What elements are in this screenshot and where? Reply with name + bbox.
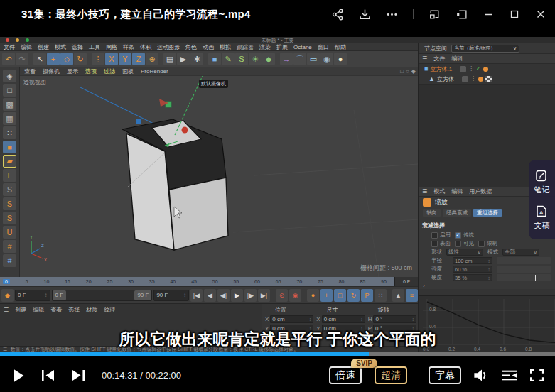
texture-tag-icon[interactable] bbox=[485, 76, 492, 82]
maximize-view-icon[interactable]: ◆ bbox=[411, 68, 416, 75]
undo-icon[interactable]: ↶ bbox=[2, 53, 15, 65]
material-menu-item[interactable]: 纹理 bbox=[104, 306, 115, 314]
material-menu-item[interactable]: 创建 bbox=[15, 306, 26, 314]
menu-item[interactable]: 创建 bbox=[38, 43, 49, 51]
next-frame-icon[interactable]: |▶ bbox=[244, 289, 257, 302]
share-icon[interactable] bbox=[332, 9, 344, 21]
live-selection-icon[interactable]: ↖ bbox=[33, 53, 46, 65]
sound-record-icon[interactable]: ◉ bbox=[289, 289, 301, 302]
render-settings-icon[interactable]: ✱ bbox=[190, 53, 203, 65]
menu-item[interactable]: 扩展 bbox=[276, 43, 288, 51]
z-axis-icon[interactable]: Z bbox=[132, 53, 145, 65]
prev-frame-icon[interactable]: ◀| bbox=[217, 289, 230, 302]
menu-item[interactable]: 运动图形 bbox=[157, 43, 180, 51]
menu-item[interactable]: 模式 bbox=[55, 43, 66, 51]
last-tool-icon[interactable]: ⋮ bbox=[92, 53, 104, 65]
attribute-menu-item[interactable]: 编辑 bbox=[451, 187, 463, 195]
menu-item[interactable]: 窗口 bbox=[318, 43, 329, 51]
material-menu-item[interactable]: 编辑 bbox=[33, 306, 44, 314]
snap-3d-icon[interactable]: S bbox=[3, 212, 16, 224]
coord-field[interactable]: 0 cm↕ bbox=[270, 315, 313, 323]
x-axis-icon[interactable]: X bbox=[105, 53, 118, 65]
viewport-menu-item[interactable]: 选项 bbox=[85, 67, 97, 75]
next-button[interactable] bbox=[72, 370, 85, 381]
hardness-slider[interactable] bbox=[497, 274, 551, 281]
menu-item[interactable]: 编辑 bbox=[21, 43, 32, 51]
tab-remap[interactable]: 重组选择 bbox=[473, 209, 502, 217]
more-icon[interactable] bbox=[386, 9, 398, 21]
node-space-dropdown[interactable]: 当前（标准/物理） ∨ bbox=[451, 45, 519, 53]
move-tool-icon[interactable]: + bbox=[47, 53, 60, 65]
keyframe-icon[interactable]: ● bbox=[307, 289, 319, 302]
stepper-icon[interactable]: ↕ bbox=[183, 292, 186, 298]
gizmo-red-handle[interactable] bbox=[182, 127, 188, 134]
play-forward-icon[interactable]: ▶ bbox=[231, 289, 243, 302]
attribute-menu-item[interactable]: 模式 bbox=[433, 187, 445, 195]
layer-tag-icon[interactable] bbox=[460, 66, 466, 72]
notes-button[interactable]: 笔记 bbox=[534, 169, 550, 195]
mograph-icon[interactable]: ✳ bbox=[249, 53, 262, 65]
coord-system-icon[interactable]: ⊕ bbox=[146, 53, 158, 65]
hamburger-icon[interactable]: ☰ bbox=[4, 307, 9, 313]
pan-view-icon[interactable]: □ bbox=[400, 68, 404, 75]
material-menu-item[interactable]: 材质 bbox=[86, 306, 97, 314]
scale-tool-icon[interactable]: ◇ bbox=[60, 53, 73, 65]
video-frame[interactable]: 未标题 * - 主要 文件编辑创建模式选择工具网格样条体积运动图形角色动画模拟跟… bbox=[0, 28, 555, 359]
toolbar-icon[interactable] bbox=[204, 53, 208, 65]
camera-icon[interactable]: ◉ bbox=[320, 53, 333, 65]
tab-classic-falloff[interactable]: 经典衰减 bbox=[443, 209, 471, 217]
visibility-dots-icon[interactable]: ⋮ bbox=[468, 66, 474, 72]
menu-item[interactable]: 体积 bbox=[140, 43, 151, 51]
menu-item[interactable]: 选择 bbox=[72, 43, 83, 51]
menu-item[interactable]: 渲染 bbox=[259, 43, 271, 51]
strength-field[interactable]: 60 %↕ bbox=[453, 266, 492, 273]
prev-key-icon[interactable]: ◀ bbox=[204, 289, 216, 302]
timeline-end-field[interactable]: 0 F bbox=[394, 277, 418, 286]
viewport-menu-item[interactable]: 面板 bbox=[122, 67, 134, 75]
render-picture-icon[interactable]: ▶ bbox=[177, 53, 190, 65]
menu-item[interactable]: 文件 bbox=[4, 43, 15, 51]
enable-checkbox[interactable]: ✓ 启用 bbox=[431, 232, 451, 239]
fullscreen-icon[interactable] bbox=[530, 369, 544, 381]
solo-icon[interactable]: ▲ bbox=[392, 289, 404, 302]
snap-2d-icon[interactable]: S bbox=[3, 197, 16, 210]
model-mode-icon[interactable]: □ bbox=[3, 84, 16, 97]
previous-button[interactable] bbox=[42, 370, 55, 381]
edge-mode-icon[interactable]: ■ bbox=[3, 141, 16, 153]
record-icon[interactable]: ⊘ bbox=[276, 289, 288, 302]
object-name[interactable]: 立方体 bbox=[437, 75, 454, 83]
layer-tag-icon[interactable] bbox=[462, 76, 468, 82]
radius-field[interactable]: 100 cm↕ bbox=[453, 257, 492, 264]
playlist-icon[interactable] bbox=[502, 369, 517, 381]
mode-dropdown[interactable]: 全部 ∨ bbox=[502, 249, 539, 256]
menu-item[interactable]: 动画 bbox=[203, 43, 214, 51]
render-view-icon[interactable]: ▤ bbox=[163, 53, 176, 65]
menu-item[interactable]: 网格 bbox=[106, 43, 117, 51]
phong-tag-icon[interactable] bbox=[483, 67, 488, 72]
volume-builder-icon[interactable]: ◆ bbox=[262, 53, 275, 65]
goto-end-icon[interactable]: ▶| bbox=[258, 289, 270, 302]
environment-icon[interactable]: ▭ bbox=[307, 53, 320, 65]
volume-icon[interactable] bbox=[474, 369, 490, 381]
viewport-menu-item[interactable]: 显示 bbox=[67, 67, 78, 75]
clamp-checkbox[interactable]: ✓ 限制 bbox=[478, 240, 497, 247]
object-name[interactable]: 立方体.1 bbox=[430, 65, 452, 73]
record-scale-icon[interactable]: □ bbox=[334, 289, 346, 302]
tab-axis[interactable]: 轴向 bbox=[423, 209, 441, 217]
viewport-menu-item[interactable]: 过滤 bbox=[104, 67, 115, 75]
menu-item[interactable]: 样条 bbox=[123, 43, 134, 51]
menu-item[interactable]: Octane bbox=[293, 44, 312, 50]
current-frame-input[interactable]: 0 F↕ bbox=[15, 290, 50, 301]
cube-primitive-icon[interactable]: ■ bbox=[208, 53, 221, 65]
axis-mode-icon[interactable]: L bbox=[3, 169, 16, 182]
attribute-menu-item[interactable]: 用户数据 bbox=[469, 187, 492, 195]
workplane-icon[interactable]: # bbox=[3, 254, 16, 267]
shape-dropdown[interactable]: 线性 ∨ bbox=[446, 249, 483, 256]
enable-snap-icon[interactable]: U bbox=[3, 226, 16, 239]
transport-icon[interactable] bbox=[388, 289, 391, 302]
docs-button[interactable]: A 文稿 bbox=[534, 205, 550, 231]
close-icon[interactable] bbox=[535, 9, 546, 20]
download-icon[interactable] bbox=[359, 9, 371, 21]
stepper-icon[interactable]: ↕ bbox=[45, 292, 48, 298]
end-frame-input[interactable]: 90 F↕ bbox=[153, 290, 189, 301]
